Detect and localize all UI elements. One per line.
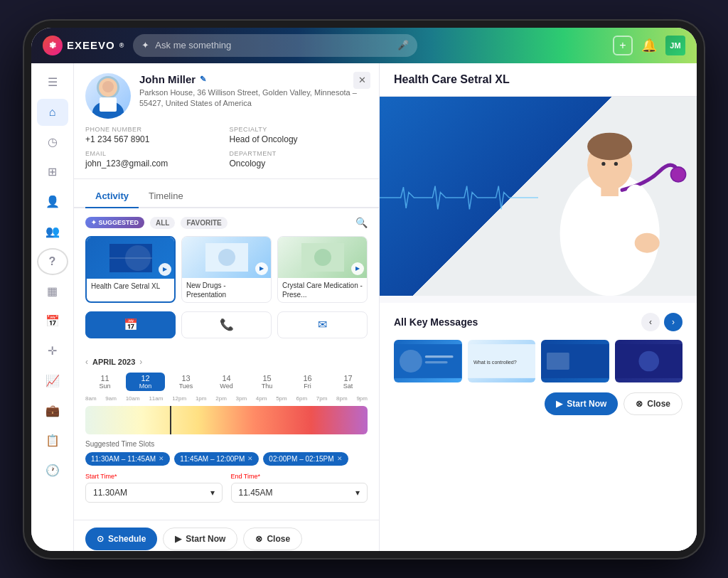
thumbnail-1[interactable]: [394, 340, 462, 382]
phone-label: Phone Number: [85, 126, 224, 133]
km-next-button[interactable]: ›: [664, 313, 682, 331]
filter-row: ✦ SUGGESTED ALL FAVORITE 🔍: [85, 217, 368, 229]
edit-icon[interactable]: ✎: [200, 75, 206, 84]
end-time-select[interactable]: 11.45AM ▾: [231, 483, 368, 503]
end-time-group: End Time* 11.45AM ▾: [231, 473, 368, 503]
left-panel: John Miller ✎ Parkson House, 36 Willison…: [74, 63, 380, 551]
schedule-btn-icon: ⊙: [97, 534, 104, 544]
slot-2-close[interactable]: ✕: [247, 455, 253, 462]
email-label: Email: [85, 150, 224, 157]
activity-section: ✦ SUGGESTED ALL FAVORITE 🔍 ▶: [74, 208, 379, 357]
key-messages: All Key Messages ‹ › What is contr: [380, 303, 697, 551]
tab-timeline[interactable]: Timeline: [139, 185, 193, 208]
sidebar-item-doc[interactable]: ⊞: [37, 159, 68, 186]
trademark: ®: [119, 42, 125, 49]
slot-1-close[interactable]: ✕: [159, 455, 164, 462]
bell-icon[interactable]: 🔔: [641, 38, 657, 53]
km-close-label: Close: [647, 399, 670, 409]
slot-3-close[interactable]: ✕: [337, 455, 343, 462]
sidebar-item-clock[interactable]: ◷: [37, 129, 68, 156]
activity-card-1[interactable]: ▶ Health Care Setral XL: [85, 236, 176, 303]
sidebar-item-home[interactable]: ⌂: [37, 99, 68, 126]
filter-suggested[interactable]: ✦ SUGGESTED: [85, 217, 144, 228]
app-name: EXEEVO: [67, 39, 115, 51]
time-slot-1[interactable]: 11:30AM – 11:45AM ✕: [85, 452, 170, 466]
close-btn-icon: ⊗: [255, 534, 262, 544]
thumbnail-3[interactable]: [541, 340, 609, 382]
search-bar[interactable]: ✦ Ask me something 🎤: [133, 34, 417, 57]
card-label-1: Health Care Setral XL: [87, 279, 174, 294]
thumbnail-4[interactable]: [615, 340, 683, 382]
slot-2-label: 11:45AM – 12:00PM: [180, 455, 245, 463]
day-sun[interactable]: 11Sun: [85, 373, 124, 391]
contact-address: Parkson House, 36 Willison Street, Golde…: [139, 87, 368, 109]
card-label-2: New Drugs - Presentation: [182, 278, 271, 302]
thumbnails-row: What is controlled?: [394, 340, 682, 382]
day-sat[interactable]: 17Sat: [328, 373, 368, 391]
close-button[interactable]: ⊗ Close: [243, 528, 302, 550]
day-mon[interactable]: 12Mon: [126, 373, 165, 391]
svg-rect-24: [425, 361, 448, 363]
tab-activity[interactable]: Activity: [85, 185, 139, 208]
km-start-label: Start Now: [567, 399, 606, 409]
time-slot-2[interactable]: 11:45AM – 12:00PM ✕: [174, 452, 259, 466]
field-phone: Phone Number +1 234 567 8901: [85, 126, 224, 144]
sidebar-item-menu[interactable]: ☰: [37, 69, 68, 96]
specialty-label: Specialty: [230, 126, 368, 133]
logo: ✾ EXEEVO ®: [43, 36, 124, 55]
activity-search-icon[interactable]: 🔍: [355, 217, 368, 228]
svg-rect-28: [547, 353, 569, 370]
phone-icon-button[interactable]: 📞: [181, 311, 272, 338]
day-fri[interactable]: 16Fri: [288, 373, 327, 391]
contact-info: John Miller ✎ Parkson House, 36 Willison…: [139, 73, 368, 109]
km-close-button[interactable]: ⊗ Close: [623, 392, 682, 415]
filter-all[interactable]: ALL: [150, 217, 175, 229]
cal-next[interactable]: ›: [139, 357, 142, 367]
sidebar-item-help[interactable]: ?: [37, 248, 68, 275]
start-now-btn-icon: ▶: [175, 534, 181, 544]
km-start-now-button[interactable]: ▶ Start Now: [545, 392, 618, 415]
suggested-slots-label: Suggested Time Slots: [85, 440, 368, 448]
tablet-frame: ✾ EXEEVO ® ✦ Ask me something 🎤 + 🔔 JM ☰…: [23, 19, 705, 560]
search-icon: ✦: [141, 40, 149, 50]
close-contact-button[interactable]: ✕: [353, 72, 370, 89]
day-thu[interactable]: 15Thu: [247, 373, 287, 391]
schedule-btn-label: Schedule: [108, 534, 146, 544]
svg-point-17: [614, 161, 617, 165]
sidebar-item-move[interactable]: ✛: [37, 338, 68, 365]
top-actions: + 🔔 JM: [613, 36, 685, 55]
department-value: Oncology: [230, 159, 368, 168]
thumbnail-2[interactable]: What is controlled?: [468, 340, 536, 382]
ecg-line: [380, 176, 538, 219]
filter-favorite[interactable]: FAVORITE: [181, 217, 227, 229]
user-avatar[interactable]: JM: [665, 36, 685, 55]
activity-card-2[interactable]: ▶ New Drugs - Presentation: [181, 236, 272, 303]
km-title: All Key Messages: [394, 316, 478, 328]
bottom-buttons: ⊙ Schedule ▶ Start Now ⊗ Close: [74, 520, 379, 551]
sidebar-item-history[interactable]: 🕐: [37, 457, 68, 484]
tablet-screen: ✾ EXEEVO ® ✦ Ask me something 🎤 + 🔔 JM ☰…: [31, 28, 697, 551]
start-time-group: Start Time* 11.30AM ▾: [85, 473, 223, 503]
timeline-bar[interactable]: [85, 406, 368, 434]
start-time-select[interactable]: 11.30AM ▾: [85, 483, 223, 503]
sidebar-item-chart[interactable]: ▦: [37, 278, 68, 305]
sidebar-item-graph[interactable]: 📈: [37, 368, 68, 395]
time-slot-3[interactable]: 02:00PM – 02:15PM ✕: [263, 452, 348, 466]
add-icon[interactable]: +: [613, 36, 633, 55]
sidebar-item-people[interactable]: 👥: [37, 218, 68, 245]
schedule-button[interactable]: ⊙ Schedule: [85, 528, 157, 550]
start-now-button[interactable]: ▶ Start Now: [163, 528, 237, 550]
sidebar-item-person[interactable]: 👤: [37, 188, 68, 215]
day-wed[interactable]: 14Wed: [207, 373, 246, 391]
schedule-icon-button[interactable]: 📅: [85, 311, 176, 338]
km-prev-button[interactable]: ‹: [641, 313, 660, 331]
cal-prev[interactable]: ‹: [85, 357, 88, 367]
day-tue[interactable]: 13Tues: [166, 373, 205, 391]
sidebar-item-briefcase[interactable]: 💼: [37, 397, 68, 424]
activity-card-3[interactable]: ▶ Crystal Care Medication - Prese...: [277, 236, 368, 303]
sidebar: ☰ ⌂ ◷ ⊞ 👤 👥 ? ▦ 📅 ✛ 📈 💼 📋 🕐: [31, 63, 74, 551]
sidebar-item-notes[interactable]: 📋: [37, 427, 68, 454]
sidebar-item-calendar[interactable]: 📅: [37, 308, 68, 335]
svg-point-11: [314, 249, 331, 266]
email-icon-button[interactable]: ✉: [277, 311, 368, 338]
